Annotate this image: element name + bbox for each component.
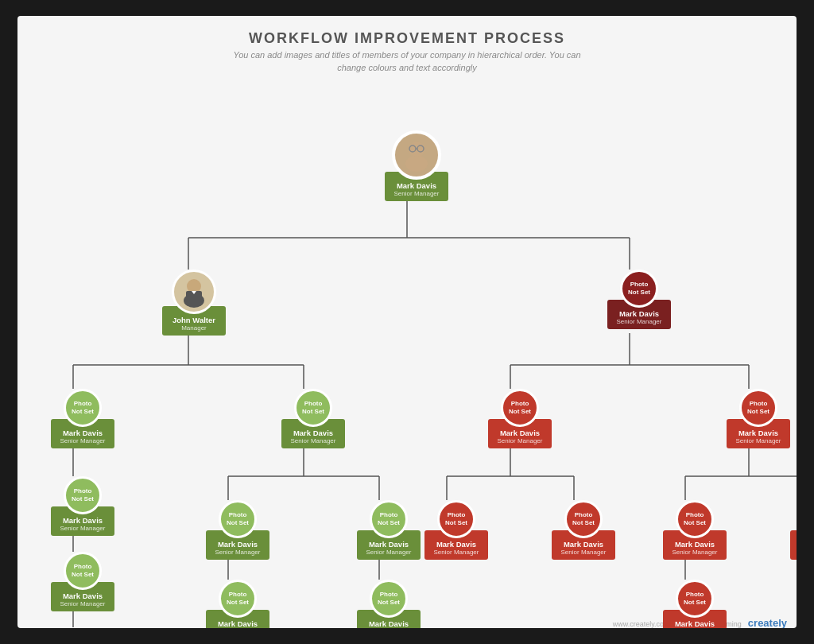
avatar-john <box>172 270 216 314</box>
main-container: WORKFLOW IMPROVEMENT PROCESS You can add… <box>17 16 797 628</box>
avatar-l4-4a: PhotoNot Set <box>676 580 714 618</box>
node-john-walter: John Walter Manager <box>162 270 226 336</box>
avatar-l5-1: PhotoNot Set <box>64 627 102 628</box>
node-l3-3a: PhotoNot Set Mark Davis Senior Manager <box>424 500 488 560</box>
org-chart: Mark Davis Senior Manager John Walter Ma… <box>17 79 797 628</box>
node-l3-4b: PhotoNot Set Mark Davis Senior Manager <box>790 500 797 560</box>
avatar-l4-2b: PhotoNot Set <box>370 580 408 618</box>
avatar-l3-1: PhotoNot Set <box>64 476 102 514</box>
svg-point-31 <box>405 156 428 172</box>
node-root: Mark Davis Senior Manager <box>385 130 448 201</box>
node-l5-1: PhotoNot Set Mark Davis Senior Manager <box>51 627 114 628</box>
node-l2-1: PhotoNot Set Mark Davis Senior Manager <box>51 389 114 448</box>
node-l4-1: PhotoNot Set Mark Davis Senior Manager <box>51 552 114 611</box>
node-l3-2b: PhotoNot Set Mark Davis Senior Manager <box>357 500 421 560</box>
avatar-l3-3b: PhotoNot Set <box>564 500 603 538</box>
node-l4-2a: PhotoNot Set Mark Davis Senior Manager <box>206 580 269 628</box>
name-john: John Walter <box>169 316 219 324</box>
avatar-l4-2a: PhotoNot Set <box>219 580 257 618</box>
node-l4-2b: PhotoNot Set Mark Davis Senior Manager <box>357 580 421 628</box>
label-l3-4b: Mark Davis Senior Manager <box>790 530 797 560</box>
avatar-l3-4a: PhotoNot Set <box>676 500 714 538</box>
node-l3-3b: PhotoNot Set Mark Davis Senior Manager <box>552 500 615 560</box>
header: WORKFLOW IMPROVEMENT PROCESS You can add… <box>17 16 797 79</box>
node-l2-4: PhotoNot Set Mark Davis Senior Manager <box>727 389 790 448</box>
svg-point-30 <box>409 142 424 157</box>
node-l3-2a: PhotoNot Set Mark Davis Senior Manager <box>206 500 269 560</box>
page-subtitle-1: You can add images and titles of members… <box>17 50 797 60</box>
node-l2-3: PhotoNot Set Mark Davis Senior Manager <box>488 389 552 448</box>
node-l4-4a: PhotoNot Set Mark Davis Senior Manager <box>663 580 727 628</box>
avatar-l3-3a: PhotoNot Set <box>437 500 475 538</box>
avatar-l1-right: PhotoNot Set <box>620 270 658 308</box>
avatar-l4-1: PhotoNot Set <box>64 552 102 590</box>
page-subtitle-2: change colours and text accordingly <box>17 63 797 72</box>
avatar-l3-2b: PhotoNot Set <box>370 500 408 538</box>
avatar-l2-3: PhotoNot Set <box>501 389 539 427</box>
avatar-l2-1: PhotoNot Set <box>64 389 102 427</box>
title-john: Manager <box>169 324 219 332</box>
node-l3-4a: PhotoNot Set Mark Davis Senior Manager <box>663 500 727 560</box>
title-root: Senior Manager <box>391 190 442 197</box>
name-root: Mark Davis <box>391 181 442 190</box>
avatar-root <box>392 130 441 180</box>
avatar-l2-2: PhotoNot Set <box>294 389 332 427</box>
page-title: WORKFLOW IMPROVEMENT PROCESS <box>17 30 797 47</box>
node-l1-right: PhotoNot Set Mark Davis Senior Manager <box>607 270 671 329</box>
avatar-l2-4: PhotoNot Set <box>739 389 777 427</box>
node-l2-2: PhotoNot Set Mark Davis Senior Manager <box>281 389 345 448</box>
node-l3-1: PhotoNot Set Mark Davis Senior Manager <box>51 476 114 536</box>
avatar-l3-2a: PhotoNot Set <box>219 500 257 538</box>
